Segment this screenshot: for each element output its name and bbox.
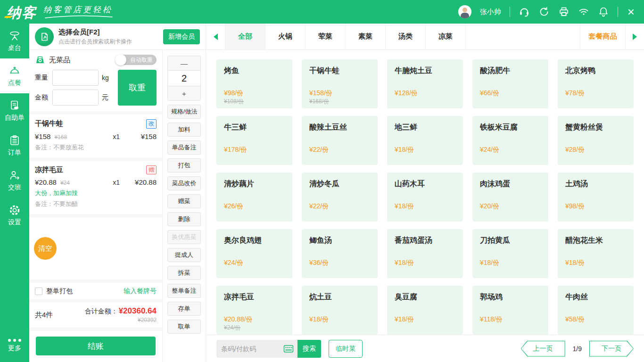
keyboard-icon[interactable] [283, 344, 294, 354]
clear-cart-button[interactable]: 清空 [34, 237, 57, 260]
sidebar-item-more[interactable]: 更多 [0, 329, 29, 362]
sidebar-spacer [0, 233, 29, 329]
printer-icon[interactable] [558, 6, 570, 17]
order-note-button[interactable]: 整单备注 [167, 284, 201, 298]
menu-item-card[interactable]: 蟹黄粉丝煲 ¥28/份 [558, 116, 634, 165]
close-icon[interactable]: × [627, 6, 636, 18]
avatar[interactable] [458, 5, 471, 18]
tab-combo[interactable]: 套餐商品 [580, 24, 625, 49]
menu-item-card[interactable]: 刀拍黄瓜 ¥18/份 [472, 229, 548, 278]
quantity-increase-button[interactable]: + [168, 86, 200, 100]
menu-item-name: 牛肉丝 [565, 292, 626, 302]
change-price-button[interactable]: 菜品改价 [167, 176, 201, 190]
sidebar-item-self-order[interactable]: 自助单 [0, 93, 29, 128]
menu-item-card[interactable]: 清炒冬瓜 ¥22/份 [302, 173, 378, 222]
search-button[interactable]: 搜索 [297, 340, 321, 358]
add-ingredient-button[interactable]: 加料 [167, 123, 201, 137]
brand: 纳客 纳客管店更轻松 [7, 4, 114, 20]
sidebar-item-tables[interactable]: 桌台 [0, 24, 29, 58]
tab-vegetable[interactable]: 素菜 [345, 24, 385, 49]
cart-item-note: 备注：不要放葱花 [35, 143, 157, 152]
menu-item-card[interactable]: 酸汤肥牛 ¥66/份 [472, 59, 548, 108]
sync-icon[interactable] [538, 6, 550, 17]
tab-soup[interactable]: 汤类 [385, 24, 425, 49]
quantity-decrease-button[interactable]: — [168, 56, 200, 70]
weigh-button[interactable]: 取重 [118, 70, 157, 106]
add-member-button[interactable]: 新增会员 [163, 29, 200, 44]
menu-item-price: ¥18/份 [309, 315, 329, 324]
sidebar-item-shift[interactable]: 交班 [0, 163, 29, 198]
weight-input[interactable] [52, 70, 99, 86]
left-columns: 无菜品 自动取重 重量 kg [29, 50, 206, 362]
bottom-bar: 搜索 临时菜 上一页 1/9 下一页 [206, 335, 644, 362]
auto-weigh-toggle[interactable]: 自动取重 [115, 55, 157, 65]
bell-icon[interactable] [598, 6, 609, 17]
wifi-icon[interactable] [578, 6, 589, 17]
total-amount: ¥20360.64 [119, 306, 157, 316]
menu-item-card[interactable]: 臭豆腐 ¥18/份 [387, 286, 463, 335]
menu-item-card[interactable]: 清炒藕片 ¥26/份 [216, 173, 292, 222]
menu-item-card[interactable]: 奥尔良鸡翅 ¥24/份 [216, 229, 292, 278]
menu-item-card[interactable]: 炕土豆 ¥18/份 [302, 286, 378, 335]
commission-person-button[interactable]: 提成人 [167, 248, 201, 262]
pack-whole-order-checkbox[interactable] [35, 288, 42, 295]
member-texts: 选择会员[F2] 点击进行会员搜索或刷卡操作 [58, 28, 132, 46]
support-headset-icon[interactable] [519, 6, 530, 17]
cart-item-total: ¥158 [120, 132, 157, 140]
cart-item[interactable]: 凉拌毛豆 赠 ¥20.88 ¥24 x1 ¥20.88 大份，加麻加辣 备注：不… [29, 161, 162, 218]
takeout-pack-button[interactable]: 打包 [167, 158, 201, 173]
next-page-button[interactable]: 下一页 [589, 341, 634, 357]
retrieve-order-button[interactable]: 取单 [167, 320, 201, 334]
menu-item-card[interactable]: 番茄鸡蛋汤 ¥18/份 [387, 229, 463, 278]
topbar: 纳客 纳客管店更轻松 张小帅 [0, 0, 644, 24]
delete-button[interactable]: 删除 [167, 212, 201, 226]
menu-item-card[interactable]: 牛三鲜 ¥178/份 [216, 116, 292, 165]
menu-item-card[interactable]: 山药木耳 ¥18/份 [387, 173, 463, 222]
tagline-swoosh [43, 15, 114, 19]
menu-item-old-price: ¥24/份 [224, 324, 240, 332]
menu-item-card[interactable]: 土鸡汤 ¥98/份 [558, 173, 634, 222]
menu-item-card[interactable]: 干锅牛蛙 ¥158/份 ¥168/份 [302, 59, 378, 108]
prev-page-button[interactable]: 上一页 [521, 341, 565, 357]
tab-hotpot[interactable]: 火锅 [265, 24, 305, 49]
enter-table-number-link[interactable]: 输入餐牌号 [124, 287, 157, 296]
menu-item-name: 山药木耳 [395, 179, 455, 189]
menu-item-card[interactable]: 地三鲜 ¥18/份 [387, 116, 463, 165]
sidebar-item-orders[interactable]: 订单 [0, 128, 29, 163]
member-bar[interactable]: 选择会员[F2] 点击进行会员搜索或刷卡操作 新增会员 [29, 24, 206, 50]
cloche-icon [8, 65, 21, 77]
gift-dish-button[interactable]: 赠菜 [167, 194, 201, 208]
tabs-scroll-right-button[interactable] [625, 24, 644, 49]
menu-item-card[interactable]: 北京烤鸭 ¥78/份 [558, 59, 634, 108]
menu-item-card[interactable]: 凉拌毛豆 ¥20.88/份 ¥24/份 [216, 286, 292, 335]
member-title: 选择会员[F2] [58, 28, 132, 37]
tabs-scroll-left-button[interactable] [206, 24, 225, 49]
menu-item-card[interactable]: 鲫鱼汤 ¥36/份 [302, 229, 378, 278]
checkout-button[interactable]: 结账 [36, 337, 156, 355]
menu-item-card[interactable]: 牛腩炖土豆 ¥128/份 [387, 59, 463, 108]
tabs-spacer [465, 24, 580, 49]
split-dish-button[interactable]: 拆菜 [167, 266, 201, 280]
menu-item-card[interactable]: 铁板米豆腐 ¥24/份 [472, 116, 548, 165]
table-icon [8, 30, 21, 42]
menu-item-card[interactable]: 酸辣土豆丝 ¥22/份 [302, 116, 378, 165]
menu-item-card[interactable]: 牛肉丝 ¥58/份 [558, 286, 634, 335]
item-note-button[interactable]: 单品备注 [167, 140, 201, 155]
menu-item-name: 奥尔良鸡翅 [224, 236, 285, 246]
temporary-dish-button[interactable]: 临时菜 [329, 340, 363, 358]
menu-item-card[interactable]: 郭场鸡 ¥118/份 [472, 286, 548, 335]
modified-badge: 改 [146, 119, 157, 129]
tab-cold[interactable]: 凉菜 [425, 24, 465, 49]
menu-item-card[interactable]: 烤鱼 ¥98/份 ¥108/份 [216, 59, 292, 108]
menu-item-card[interactable]: 肉沫鸡蛋 ¥20/份 [472, 173, 548, 222]
save-order-button[interactable]: 存单 [167, 302, 201, 316]
sidebar-item-order[interactable]: 点餐 [0, 58, 29, 93]
tab-meat[interactable]: 荤菜 [305, 24, 345, 49]
amount-input[interactable] [52, 90, 99, 106]
sidebar-item-settings[interactable]: 设置 [0, 198, 29, 233]
cart-item[interactable]: 干锅牛蛙 改 ¥158 ¥168 x1 ¥158 备注：不要放葱花 [29, 115, 162, 161]
cart-list: 干锅牛蛙 改 ¥158 ¥168 x1 ¥158 备注：不要放葱花 [29, 115, 162, 280]
menu-item-card[interactable]: 醋泡花生米 ¥18/份 [558, 229, 634, 278]
tab-all[interactable]: 全部 [225, 24, 265, 49]
spec-method-button[interactable]: 规格/做法 [167, 105, 201, 119]
